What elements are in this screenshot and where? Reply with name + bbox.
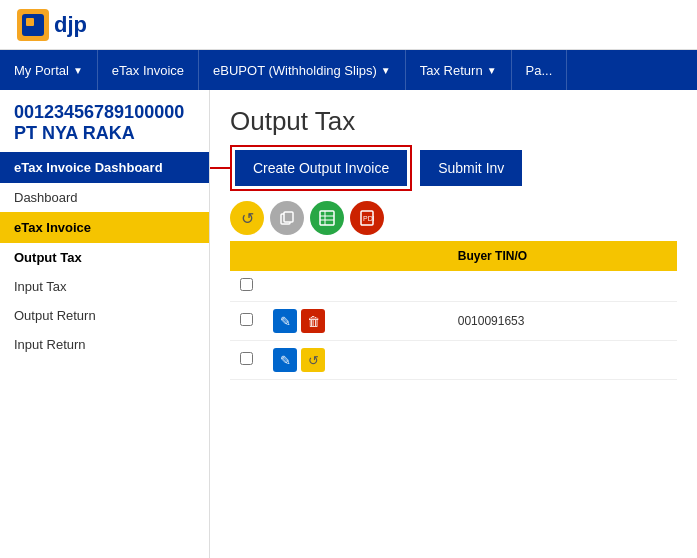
page-title: Output Tax (210, 90, 697, 145)
row-tin-cell: 0010091653 (448, 302, 677, 341)
nav-etax-invoice[interactable]: eTax Invoice (98, 50, 199, 90)
table-row: ✎ 🗑 0010091653 (230, 302, 677, 341)
edit-row-button[interactable]: ✎ (273, 348, 297, 372)
svg-rect-5 (320, 211, 334, 225)
create-output-invoice-button[interactable]: Create Output Invoice (235, 150, 407, 186)
header: djp (0, 0, 697, 50)
user-name: PT NYA RAKA (14, 123, 195, 144)
invoice-table: Buyer TIN/O (230, 241, 677, 380)
row-checkbox-cell (230, 302, 263, 341)
svg-text:PDF: PDF (363, 215, 374, 222)
logo-container: djp (16, 8, 87, 42)
nav-my-portal[interactable]: My Portal ▼ (0, 50, 98, 90)
svg-rect-2 (26, 18, 34, 26)
user-tin: 00123456789100000 (14, 102, 195, 123)
pdf-export-button[interactable]: PDF (350, 201, 384, 235)
row-actions: ✎ ↺ (273, 348, 438, 372)
table-header-checkbox (230, 241, 263, 271)
row-actions-cell (263, 271, 448, 302)
create-invoice-highlight: Create Output Invoice (230, 145, 412, 191)
icon-button-row: ↺ PDF (210, 197, 697, 241)
refresh-button[interactable]: ↺ (230, 201, 264, 235)
user-info: 00123456789100000 PT NYA RAKA (0, 90, 209, 152)
sidebar-item-output-tax[interactable]: Output Tax (0, 243, 209, 272)
logo-icon (16, 8, 50, 42)
sidebar-section-etax-invoice: eTax Invoice (0, 212, 209, 243)
edit-row-button[interactable]: ✎ (273, 309, 297, 333)
table-header-actions (263, 241, 448, 271)
row-tin-cell (448, 341, 677, 380)
invoice-table-container: Buyer TIN/O (210, 241, 697, 380)
chevron-down-icon: ▼ (487, 65, 497, 76)
nav-pa[interactable]: Pa... (512, 50, 568, 90)
row-checkbox[interactable] (240, 278, 253, 291)
navbar: My Portal ▼ eTax Invoice eBUPOT (Withhol… (0, 50, 697, 90)
row-tin-cell (448, 271, 677, 302)
delete-row-button[interactable]: 🗑 (301, 309, 325, 333)
row-actions-cell: ✎ 🗑 (263, 302, 448, 341)
main-content: Output Tax Create Output Invoice Submit … (210, 90, 697, 558)
chevron-down-icon: ▼ (381, 65, 391, 76)
sidebar-section-etax-dashboard: eTax Invoice Dashboard (0, 152, 209, 183)
sidebar-item-input-tax[interactable]: Input Tax (0, 272, 209, 301)
sidebar-item-dashboard[interactable]: Dashboard (0, 183, 209, 212)
chevron-down-icon: ▼ (73, 65, 83, 76)
submit-invoice-button[interactable]: Submit Inv (420, 150, 522, 186)
row-checkbox[interactable] (240, 352, 253, 365)
nav-tax-return[interactable]: Tax Return ▼ (406, 50, 512, 90)
content-area: 00123456789100000 PT NYA RAKA eTax Invoi… (0, 90, 697, 558)
excel-export-button[interactable] (310, 201, 344, 235)
sidebar-item-input-return[interactable]: Input Return (0, 330, 209, 359)
table-header-buyer-tin: Buyer TIN/O (448, 241, 677, 271)
row-checkbox-cell (230, 341, 263, 380)
view-row-button[interactable]: ↺ (301, 348, 325, 372)
table-row: ✎ ↺ (230, 341, 677, 380)
logo-text: djp (54, 12, 87, 38)
sidebar-item-output-return[interactable]: Output Return (0, 301, 209, 330)
row-actions: ✎ 🗑 (273, 309, 438, 333)
table-row (230, 271, 677, 302)
row-checkbox[interactable] (240, 313, 253, 326)
nav-ebupot[interactable]: eBUPOT (Withholding Slips) ▼ (199, 50, 406, 90)
row-checkbox-cell (230, 271, 263, 302)
row-actions-cell: ✎ ↺ (263, 341, 448, 380)
highlight-line-left (210, 167, 230, 169)
sidebar: 00123456789100000 PT NYA RAKA eTax Invoi… (0, 90, 210, 558)
copy-button[interactable] (270, 201, 304, 235)
action-bar: Create Output Invoice Submit Inv (210, 145, 697, 191)
svg-rect-4 (284, 212, 293, 222)
